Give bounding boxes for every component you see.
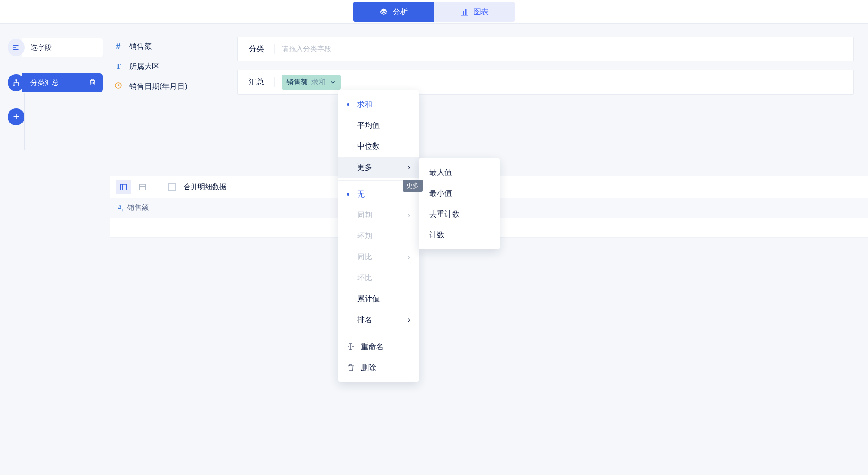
- menu-sum[interactable]: 求和: [338, 94, 419, 115]
- clock-icon: [114, 82, 123, 91]
- merge-detail-checkbox[interactable]: [168, 183, 176, 191]
- field-region[interactable]: T 所属大区: [114, 57, 233, 76]
- menu-ring-period: 环期: [338, 226, 419, 247]
- field-label: 销售额: [129, 42, 152, 52]
- field-sales-amount[interactable]: # 销售额: [114, 37, 233, 57]
- layers-icon: [379, 8, 388, 16]
- menu-delete[interactable]: 删除: [338, 357, 419, 378]
- category-placeholder: 请拖入分类字段: [282, 45, 331, 54]
- chart-icon: [460, 8, 469, 16]
- layout-header-button[interactable]: [135, 180, 150, 194]
- plus-icon: +: [13, 111, 19, 123]
- tab-analysis-label: 分析: [393, 7, 408, 17]
- chevron-right-icon: ›: [408, 253, 410, 261]
- summary-zone[interactable]: 汇总 销售额 求和: [237, 70, 854, 95]
- svg-rect-0: [16, 79, 17, 81]
- chevron-down-icon: [330, 79, 336, 86]
- menu-same-period: 同期 ›: [338, 205, 419, 226]
- summary-zone-label: 汇总: [238, 77, 275, 87]
- svg-rect-4: [120, 184, 127, 190]
- top-tabs: 分析 图表: [353, 2, 515, 22]
- tab-chart[interactable]: 图表: [434, 2, 515, 22]
- hierarchy-icon: [8, 74, 25, 91]
- field-label: 销售日期(年月日): [129, 82, 188, 92]
- menu-rename[interactable]: 重命名: [338, 336, 419, 357]
- menu-yoy: 同比 ›: [338, 247, 419, 267]
- menu-median[interactable]: 中位数: [338, 136, 419, 157]
- svg-rect-2: [18, 85, 19, 86]
- chevron-right-icon: ›: [408, 315, 410, 324]
- menu-mom: 环比: [338, 267, 419, 288]
- trash-icon: [88, 78, 97, 86]
- step-group-summary[interactable]: 分类汇总: [8, 73, 103, 92]
- chip-aggregation: 求和: [311, 78, 326, 87]
- step-group-summary-label: 分类汇总: [22, 73, 103, 92]
- layout-columns-button[interactable]: [116, 180, 131, 194]
- menu-separator: [338, 333, 419, 333]
- step-rail: 选字段 分类汇总 +: [8, 38, 103, 125]
- layout-left-icon: [119, 183, 128, 191]
- column-header-sales[interactable]: 销售额: [127, 203, 149, 212]
- number-icon: #: [114, 42, 123, 51]
- svg-rect-1: [13, 85, 15, 86]
- trash-icon: [347, 363, 355, 372]
- add-step-button[interactable]: +: [8, 108, 25, 125]
- fields-list: # 销售额 T 所属大区 销售日期(年月日): [114, 37, 233, 96]
- text-icon: T: [114, 62, 123, 71]
- number-sort-icon[interactable]: #↓: [118, 204, 123, 212]
- field-sale-date[interactable]: 销售日期(年月日): [114, 76, 233, 96]
- filter-icon: [8, 39, 25, 56]
- menu-more[interactable]: 更多 ›: [338, 157, 419, 178]
- svg-rect-5: [139, 184, 146, 190]
- step-select-fields[interactable]: 选字段: [8, 38, 103, 57]
- chevron-right-icon: ›: [408, 211, 410, 219]
- summary-chip-sales[interactable]: 销售额 求和: [282, 75, 341, 90]
- chevron-right-icon: ›: [408, 163, 410, 171]
- top-bar: 分析 图表: [0, 0, 868, 24]
- menu-rank[interactable]: 排名 ›: [338, 309, 419, 330]
- submenu-distinct-count[interactable]: 去重计数: [419, 204, 500, 225]
- separator: [159, 181, 159, 193]
- step-select-fields-label: 选字段: [22, 38, 103, 57]
- merge-detail-label: 合并明细数据: [184, 182, 226, 191]
- field-label: 所属大区: [129, 62, 160, 72]
- submenu-min[interactable]: 最小值: [419, 183, 500, 204]
- aggregation-menu: 求和 平均值 中位数 更多 › 无 同期 › 环期 同比 › 环比 累计值 排名…: [338, 90, 419, 382]
- chip-name: 销售额: [286, 78, 308, 87]
- layout-top-icon: [138, 183, 147, 191]
- rail-connector: [24, 93, 25, 150]
- category-zone-label: 分类: [238, 44, 275, 54]
- more-submenu: 最大值 最小值 去重计数 计数: [419, 158, 500, 249]
- submenu-count[interactable]: 计数: [419, 225, 500, 246]
- menu-avg[interactable]: 平均值: [338, 115, 419, 136]
- drop-zones: 分类 请拖入分类字段 汇总 销售额 求和: [237, 37, 854, 103]
- tooltip-more: 更多: [403, 180, 423, 192]
- submenu-max[interactable]: 最大值: [419, 162, 500, 183]
- tab-chart-label: 图表: [473, 7, 489, 17]
- category-zone[interactable]: 分类 请拖入分类字段: [237, 37, 854, 61]
- tab-analysis[interactable]: 分析: [353, 2, 434, 22]
- delete-step-button[interactable]: [88, 78, 97, 88]
- rename-icon: [347, 342, 355, 351]
- menu-cumulative[interactable]: 累计值: [338, 288, 419, 309]
